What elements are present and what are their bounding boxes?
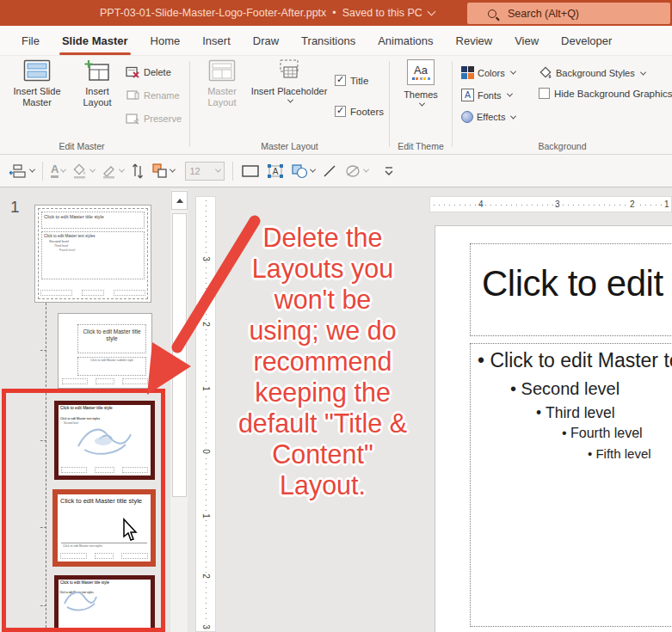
title-placeholder[interactable]: Click to edit Master title style: [470, 243, 672, 336]
tab-draw[interactable]: Draw: [242, 26, 290, 55]
text-box-button[interactable]: A: [263, 160, 287, 182]
insert-placeholder-button[interactable]: Insert Placeholder: [250, 59, 328, 103]
insert-slide-master-icon: [23, 59, 51, 82]
line-shape-button[interactable]: [318, 160, 341, 182]
slide-canvas[interactable]: Click to edit Master title style • Click…: [435, 225, 672, 632]
effects-label: Effects: [477, 112, 505, 122]
ruler-number: 2: [200, 321, 211, 328]
ruler-number: 3: [200, 255, 211, 262]
tab-animations[interactable]: Animations: [367, 26, 444, 55]
delete-button[interactable]: Delete: [126, 66, 171, 78]
pen-icon: [102, 163, 117, 179]
scrollbar-thumb[interactable]: [172, 213, 187, 497]
font-size-combo[interactable]: 12: [182, 160, 228, 182]
themes-button[interactable]: Themes: [395, 59, 447, 107]
bullet-level-4: • Fourth level: [562, 426, 643, 441]
annotation-line: using; we do: [217, 315, 428, 346]
sort-text-button[interactable]: [127, 160, 148, 182]
footers-checkbox-label: Footers: [350, 107, 384, 117]
effects-button[interactable]: Effects: [461, 111, 515, 123]
annotation-line: default "Title &: [217, 408, 428, 439]
rectangle-icon: [241, 164, 260, 178]
annotation-highlight-rect: [2, 389, 165, 632]
chevron-down-icon: [510, 69, 516, 75]
title-checkbox-row[interactable]: Title: [335, 75, 368, 86]
preserve-icon: [126, 113, 140, 125]
master-layout-button[interactable]: Master Layout: [197, 59, 247, 108]
tab-home[interactable]: Home: [139, 26, 192, 55]
text-box-icon: A: [267, 163, 284, 179]
thumbnail-slide-master[interactable]: Click to edit Master title style Click t…: [34, 205, 151, 303]
group-master-layout: Master Layout Insert Placeholder Title F…: [190, 56, 389, 154]
fonts-icon: [461, 89, 474, 101]
annotation-text: Delete the Layouts you won't be using; w…: [217, 222, 428, 500]
triangle-up-icon: [176, 199, 183, 203]
ribbon: Insert Slide Master Insert Layout Delete: [0, 56, 672, 155]
document-title-area[interactable]: PPT-03-01-Slide-Master-Logo-Footer-After…: [100, 0, 435, 26]
title-checkbox[interactable]: [335, 75, 346, 86]
font-color-button[interactable]: A: [47, 160, 69, 182]
merge-shapes-button[interactable]: [287, 160, 318, 182]
hide-background-graphics-row[interactable]: Hide Background Graphics: [539, 88, 672, 99]
ruler-number: 1: [200, 512, 211, 519]
outline-view-button[interactable]: [5, 160, 38, 182]
oval-button[interactable]: [341, 160, 372, 182]
shape-outline-button[interactable]: [98, 160, 127, 182]
tab-view[interactable]: View: [503, 26, 550, 55]
vertical-ruler: 3 2 1 0 1 2 3: [195, 196, 216, 632]
arrange-shapes-button[interactable]: [148, 160, 178, 182]
tab-insert[interactable]: Insert: [191, 26, 242, 55]
thumbnail-scrollbar[interactable]: [170, 189, 188, 632]
annotation-line: Delete the: [217, 222, 428, 253]
tab-review[interactable]: Review: [445, 26, 504, 55]
body-placeholder[interactable]: • Click to edit Master text styles • Sec…: [470, 343, 672, 627]
chevron-down-icon: [287, 97, 293, 103]
ribbon-tab-bar: File Slide Master Home Insert Draw Trans…: [0, 26, 672, 56]
insert-placeholder-icon: [277, 59, 301, 82]
tab-file[interactable]: File: [10, 26, 51, 55]
fonts-button[interactable]: Fonts: [461, 89, 512, 101]
chevron-down-icon[interactable]: [427, 7, 435, 15]
scrollbar-up-button[interactable]: [171, 191, 188, 210]
rectangle-shape-button[interactable]: [237, 160, 263, 182]
ruler-number: 4: [477, 199, 485, 210]
ruler-number: 1: [663, 199, 671, 210]
colors-button[interactable]: Colors: [461, 66, 515, 79]
slide-title-text: Click to edit Master title style: [482, 263, 672, 304]
annotation-line: Content": [217, 439, 428, 469]
themes-label: Themes: [404, 89, 438, 101]
hide-background-graphics-checkbox[interactable]: [539, 88, 550, 99]
search-icon: [488, 9, 496, 18]
search-box[interactable]: Search (Alt+Q): [467, 3, 670, 24]
tab-transitions[interactable]: Transitions: [290, 26, 367, 55]
thumbnail-title-slide-layout[interactable]: Click to edit Master title style Click t…: [58, 313, 152, 389]
tab-slide-master[interactable]: Slide Master: [51, 26, 139, 55]
preserve-button[interactable]: Preserve: [126, 113, 182, 125]
thumb-body-line: Fourth level: [42, 248, 144, 252]
chevron-down-icon: [510, 113, 516, 119]
title-checkbox-label: Title: [350, 76, 368, 86]
insert-slide-master-button[interactable]: Insert Slide Master: [3, 59, 71, 108]
background-styles-icon: [539, 66, 552, 80]
fill-color-button[interactable]: [69, 160, 98, 182]
footers-checkbox-row[interactable]: Footers: [335, 106, 384, 117]
font-size-value: 12: [189, 166, 200, 176]
master-layout-icon: [208, 59, 236, 82]
master-layout-group-label: Master Layout: [190, 141, 389, 151]
footers-checkbox[interactable]: [335, 106, 346, 117]
toolbar-overflow-button[interactable]: [379, 160, 399, 182]
annotation-line: Layout.: [217, 469, 428, 500]
insert-layout-button[interactable]: Insert Layout: [74, 59, 120, 108]
tab-developer[interactable]: Developer: [550, 26, 623, 55]
master-layout-label: Master Layout: [197, 86, 247, 108]
rename-button[interactable]: Rename: [126, 89, 180, 101]
bullet-level-2: • Second level: [510, 379, 620, 399]
rename-icon: [126, 89, 140, 101]
chevron-down-icon: [506, 91, 512, 97]
hide-background-graphics-label: Hide Background Graphics: [554, 89, 672, 99]
background-styles-button[interactable]: Background Styles: [539, 66, 645, 80]
chevron-down-icon: [170, 167, 176, 173]
powerpoint-window: PPT-03-01-Slide-Master-Logo-Footer-After…: [0, 0, 672, 632]
format-toolbar: A: [0, 155, 672, 187]
annotation-line: Layouts you: [217, 253, 428, 284]
